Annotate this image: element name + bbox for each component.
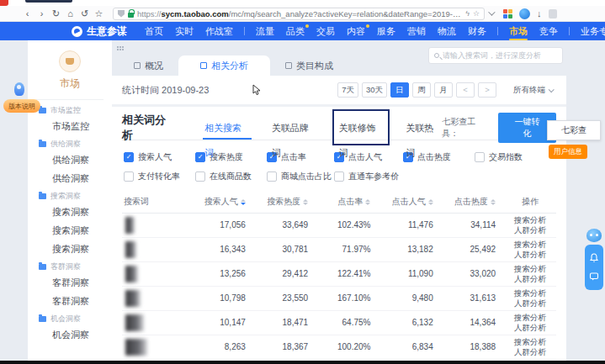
search-analysis-link[interactable]: 搜索分析 [504,240,556,250]
table-header-cell[interactable]: 操作 [504,192,556,213]
support-mascot-icon[interactable] [586,229,602,244]
metric-checkbox[interactable]: 在线商品数 [195,171,267,182]
sidebar-item[interactable]: 供给洞察 [28,150,112,169]
nav-menu-item[interactable]: 首页 [139,22,169,40]
nav-menu-item[interactable]: 实时 [169,22,199,40]
table-header-cell[interactable]: 搜索人气 [192,192,254,213]
crowd-analysis-link[interactable]: 人群分析 [504,323,556,333]
bell-icon[interactable] [589,253,599,263]
url-text[interactable]: https://sycm.taobao.com/mc/mq/search_ana… [137,9,462,18]
sort-icon[interactable] [303,199,308,205]
date-range-button[interactable]: 周 [412,82,431,98]
metric-checkbox[interactable]: 搜索人气 [124,151,195,163]
search-analysis-link[interactable]: 搜索分析 [504,313,556,323]
history-icon[interactable]: ↺ [77,7,92,21]
user-info-button[interactable]: 用户信息 [549,145,587,159]
crowd-analysis-link[interactable]: 人群分析 [504,225,556,235]
workspace-tab[interactable]: 概况 [119,55,178,76]
search-analysis-link[interactable]: 搜索分析 [504,264,556,274]
nav-menu-item[interactable]: 营销 [401,22,432,40]
panel-tab[interactable]: 关联品牌词 [272,115,317,140]
table-header-cell[interactable]: 点击率 [316,192,379,213]
date-range-button[interactable]: 30天 [362,82,387,98]
metric-checkbox[interactable]: 直通车参考价 [334,171,403,182]
nav-menu-item[interactable]: 品类 [280,22,310,40]
version-note-ribbon[interactable]: 版本说明 [3,99,40,113]
sidebar-item[interactable]: 客群洞察 [28,273,112,292]
url-dropdown-icon[interactable] [488,8,495,15]
date-range-button[interactable]: 月 [434,82,453,98]
date-range-button[interactable]: 日 [390,82,409,98]
crowd-analysis-link[interactable]: 人群分析 [504,298,556,309]
lightning-icon[interactable]: ϟ [465,9,470,18]
nav-menu-item[interactable]: 财务 [462,22,492,40]
next-period-button[interactable]: > [478,82,496,98]
nav-menu-item[interactable]: 竞争 [533,22,564,40]
panel-tab[interactable]: 关联修饰词 [338,115,384,140]
download-icon[interactable]: ↓ [537,8,542,18]
checkbox-icon[interactable] [195,171,205,182]
apps-grid-icon[interactable] [503,9,512,18]
nav-menu-item[interactable]: 内容 [341,22,371,40]
date-range-button[interactable]: 7天 [337,82,358,98]
terminal-dropdown[interactable]: 所有终端 [513,85,553,96]
refresh-icon[interactable]: ↻ [49,7,63,21]
panel-tab[interactable]: 关联热词 [406,115,442,140]
metric-checkbox[interactable]: 商城点击占比 [267,171,334,182]
prev-period-button[interactable]: < [456,82,475,98]
sidebar-item[interactable]: 搜索洞察 [28,203,112,221]
table-header-cell[interactable]: 点击人气 [379,192,441,213]
crowd-analysis-link[interactable]: 人群分析 [504,274,556,284]
table-header-cell[interactable]: 搜索词 [122,192,192,213]
nav-menu-item[interactable]: 交易 [310,22,341,40]
panel-tab[interactable]: 相关搜索词 [204,115,250,140]
metric-checkbox[interactable]: 交易指数 [475,151,555,163]
back-icon[interactable]: ‹ [20,7,34,21]
workspace-tab[interactable]: 类目构成 [270,55,348,76]
favorite-star-icon[interactable]: ☆ [473,9,480,18]
keyword-search-box[interactable] [428,47,563,64]
search-analysis-link[interactable]: 搜索分析 [504,288,556,298]
sort-icon[interactable] [491,199,496,205]
metric-checkbox[interactable]: 支付转化率 [124,171,195,182]
toolbar-extra-icon[interactable] [549,9,557,18]
checkbox-icon[interactable] [124,171,134,182]
sidebar-item[interactable]: 供给洞察 [28,169,112,187]
nav-menu-item[interactable]: 流量 [250,22,280,40]
sidebar-item[interactable]: 机会洞察 [28,325,112,344]
rocket-mascot-icon[interactable] [14,82,24,96]
nav-menu-item[interactable]: 服务 [371,22,401,40]
chat-icon[interactable] [589,272,599,282]
crowd-analysis-link[interactable]: 人群分析 [504,347,556,357]
drag-handle-icon[interactable] [117,46,125,52]
browser-logo-icon[interactable] [519,8,530,19]
search-analysis-link[interactable]: 搜索分析 [504,215,556,225]
forward-icon[interactable]: › [34,7,49,21]
nav-menu-item[interactable]: 作战室 [199,22,239,40]
table-header-cell[interactable]: 搜索热度 [254,192,316,213]
checkbox-icon[interactable] [267,171,277,182]
nav-menu-item[interactable]: 物流 [432,22,462,40]
checkbox-icon[interactable] [124,152,134,162]
nav-menu-item[interactable]: 业务专区 [575,22,605,40]
home-icon[interactable]: ⌂ [63,7,77,21]
sort-icon[interactable] [428,199,433,205]
sidebar-item[interactable]: 市场监控 [28,117,112,135]
workspace-tab[interactable]: 相关分析 [178,55,270,76]
brand[interactable]: 生意参谋 [72,24,127,39]
qicaicha-button[interactable]: 七彩查 [547,120,601,140]
sidebar-item[interactable]: 客群洞察 [28,292,112,310]
table-header-cell[interactable]: 点击热度 [442,192,504,213]
crowd-analysis-link[interactable]: 人群分析 [504,250,556,260]
address-bar[interactable]: https://sycm.taobao.com/mc/mq/search_ana… [113,8,485,20]
bookmark-star-icon[interactable]: ☆ [92,7,106,21]
sort-icon[interactable] [365,199,370,205]
sort-icon[interactable] [241,199,246,205]
sidebar-item[interactable]: 搜索洞察 [28,221,112,240]
checkbox-icon[interactable] [475,152,485,162]
nav-menu-item[interactable]: 市场 [503,22,533,40]
checkbox-icon[interactable] [334,171,344,182]
search-input[interactable] [443,51,557,60]
sidebar-item[interactable]: 搜索洞察 [28,240,112,258]
search-analysis-link[interactable]: 搜索分析 [504,337,556,347]
